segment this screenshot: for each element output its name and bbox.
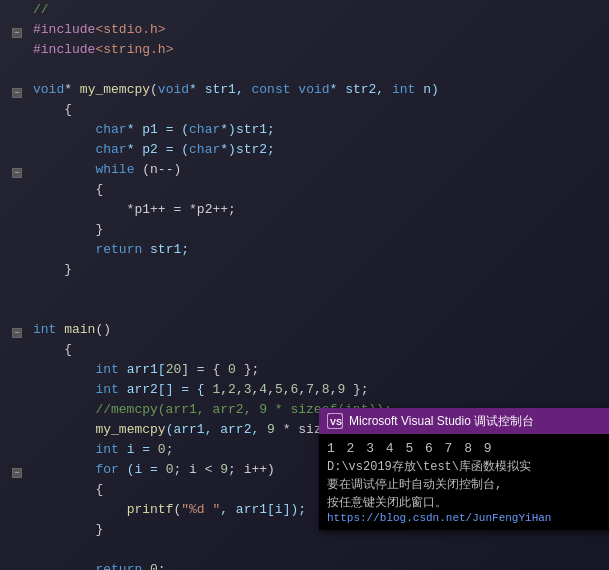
code-line-20: int arr2[] = { 1,2,3,4,5,6,7,8,9 }; xyxy=(0,380,609,400)
code-line-15 xyxy=(0,280,609,300)
line-content-5: void* my_memcpy(void* str1, const void* … xyxy=(25,80,609,100)
code-line-12: } xyxy=(0,220,609,240)
line-content-7: char* p1 = (char*)str1; xyxy=(25,120,609,140)
console-output-numbers: 1 2 3 4 5 6 7 8 9 xyxy=(327,440,601,458)
line-content-3: #include<string.h> xyxy=(25,40,609,60)
code-line-6: { xyxy=(0,100,609,120)
code-line-17: −int main() xyxy=(0,320,609,340)
code-line-7: char* p1 = (char*)str1; xyxy=(0,120,609,140)
line-content-11: *p1++ = *p2++; xyxy=(25,200,609,220)
line-content-6: { xyxy=(25,100,609,120)
line-content-15 xyxy=(25,280,609,300)
collapse-btn-17[interactable]: − xyxy=(12,328,22,338)
console-titlebar: VS Microsoft Visual Studio 调试控制台 xyxy=(319,408,609,434)
code-line-18: { xyxy=(0,340,609,360)
code-editor: //−#include<stdio.h>#include<string.h> −… xyxy=(0,0,609,570)
code-line-11: *p1++ = *p2++; xyxy=(0,200,609,220)
code-line-14: } xyxy=(0,260,609,280)
console-output-msg1: 要在调试停止时自动关闭控制台, xyxy=(327,476,601,494)
console-title: Microsoft Visual Studio 调试控制台 xyxy=(349,413,534,430)
code-line-2: −#include<stdio.h> xyxy=(0,20,609,40)
code-line-8: char* p2 = (char*)str2; xyxy=(0,140,609,160)
code-line-16 xyxy=(0,300,609,320)
line-content-13: return str1; xyxy=(25,240,609,260)
collapse-btn-9[interactable]: − xyxy=(12,168,22,178)
code-line-29: return 0; xyxy=(0,560,609,570)
line-content-29: return 0; xyxy=(25,560,609,570)
collapse-btn-2[interactable]: − xyxy=(12,28,22,38)
code-line-5: −void* my_memcpy(void* str1, const void*… xyxy=(0,80,609,100)
line-content-1: // xyxy=(25,0,609,20)
code-line-1: // xyxy=(0,0,609,20)
line-content-18: { xyxy=(25,340,609,360)
line-content-17: int main() xyxy=(25,320,609,340)
line-content-4 xyxy=(25,60,609,80)
line-content-12: } xyxy=(25,220,609,240)
code-line-19: int arr1[20] = { 0 }; xyxy=(0,360,609,380)
line-content-9: while (n--) xyxy=(25,160,609,180)
console-body: 1 2 3 4 5 6 7 8 9 D:\vs2019存放\test\库函数模拟… xyxy=(319,434,609,530)
code-line-3: #include<string.h> xyxy=(0,40,609,60)
line-content-20: int arr2[] = { 1,2,3,4,5,6,7,8,9 }; xyxy=(25,380,609,400)
line-content-28 xyxy=(25,540,609,560)
line-content-16 xyxy=(25,300,609,320)
line-content-2: #include<stdio.h> xyxy=(25,20,609,40)
console-link[interactable]: https://blog.csdn.net/JunFengYiHan xyxy=(327,512,601,524)
console-output-path: D:\vs2019存放\test\库函数模拟实 xyxy=(327,458,601,476)
code-line-28 xyxy=(0,540,609,560)
collapse-btn-5[interactable]: − xyxy=(12,88,22,98)
vs-icon: VS xyxy=(327,413,343,429)
code-line-9: − while (n--) xyxy=(0,160,609,180)
console-window: VS Microsoft Visual Studio 调试控制台 1 2 3 4… xyxy=(319,408,609,530)
line-content-14: } xyxy=(25,260,609,280)
svg-text:VS: VS xyxy=(330,417,342,427)
line-content-8: char* p2 = (char*)str2; xyxy=(25,140,609,160)
code-line-10: { xyxy=(0,180,609,200)
code-line-13: return str1; xyxy=(0,240,609,260)
console-output-msg2: 按任意键关闭此窗口。 xyxy=(327,494,601,512)
collapse-btn-24[interactable]: − xyxy=(12,468,22,478)
code-line-4 xyxy=(0,60,609,80)
line-content-19: int arr1[20] = { 0 }; xyxy=(25,360,609,380)
line-content-10: { xyxy=(25,180,609,200)
